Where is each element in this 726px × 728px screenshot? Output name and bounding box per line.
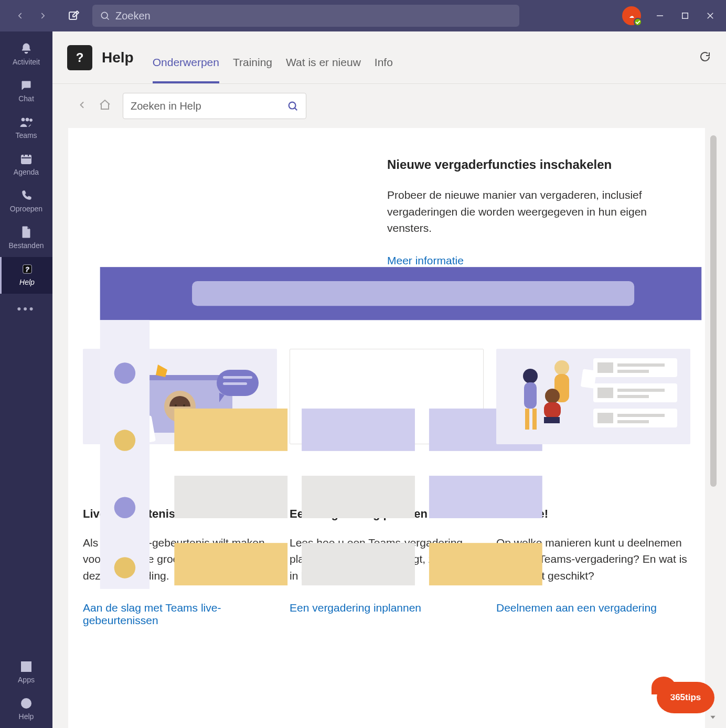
svg-rect-59 <box>617 395 649 398</box>
scroll-down-icon[interactable] <box>709 713 717 723</box>
svg-rect-44 <box>302 409 415 451</box>
avatar[interactable]: ☁ <box>622 6 641 25</box>
svg-rect-19 <box>27 667 31 671</box>
rail-label: Oproepen <box>0 205 52 213</box>
scrollbar[interactable] <box>710 135 717 487</box>
rail-item-help[interactable]: ? Help <box>0 257 52 294</box>
rail-label: Apps <box>0 676 52 684</box>
svg-point-22 <box>289 102 296 109</box>
minimize-button[interactable] <box>654 9 666 22</box>
rail-item-teams[interactable]: Teams <box>0 110 52 147</box>
tab-whatsnew[interactable]: Wat is er nieuw <box>286 56 361 83</box>
apps-icon <box>0 660 52 673</box>
help-header: ? Help Onderwerpen Training Wat is er ni… <box>52 31 726 84</box>
svg-rect-63 <box>617 420 649 423</box>
svg-rect-17 <box>27 662 31 666</box>
svg-point-40 <box>114 430 135 451</box>
svg-line-23 <box>295 108 297 110</box>
history-nav <box>0 11 63 20</box>
help-search-input[interactable] <box>131 100 287 112</box>
brand-badge-label: 365tips <box>670 692 701 703</box>
main: ? Help Onderwerpen Training Wat is er ni… <box>52 31 726 728</box>
svg-rect-47 <box>302 476 415 518</box>
svg-rect-53 <box>597 362 613 373</box>
rail-item-activity[interactable]: Activiteit <box>0 37 52 73</box>
rail-item-chat[interactable]: Chat <box>0 73 52 110</box>
tab-onderwerpen[interactable]: Onderwerpen <box>153 56 219 83</box>
svg-rect-49 <box>174 543 287 585</box>
bell-icon <box>0 42 52 56</box>
svg-rect-67 <box>532 409 537 430</box>
help-app-icon: ? <box>67 45 92 70</box>
svg-rect-62 <box>617 414 665 417</box>
card-plan-meeting: Een vergadering plannen Lees hoe u een T… <box>290 349 484 627</box>
rail-label: Activiteit <box>0 58 52 66</box>
svg-rect-10 <box>22 155 31 164</box>
rail-item-apps[interactable]: Apps <box>0 655 52 691</box>
svg-rect-65 <box>524 382 537 409</box>
svg-rect-18 <box>22 667 26 671</box>
rail-item-files[interactable]: Bestanden <box>0 220 52 257</box>
svg-rect-72 <box>544 417 560 423</box>
rail-more[interactable]: ••• <box>0 297 52 323</box>
svg-rect-71 <box>544 402 561 418</box>
titlebar-right: ☁ <box>622 6 726 25</box>
help-icon: ? <box>2 262 52 276</box>
help-content: Nieuwe vergaderfuncties inschakelen Prob… <box>68 128 705 728</box>
svg-rect-58 <box>617 389 665 392</box>
refresh-button[interactable] <box>699 50 711 65</box>
svg-point-39 <box>114 362 135 383</box>
maximize-button[interactable] <box>679 9 691 22</box>
rail-item-calls[interactable]: Oproepen <box>0 184 52 220</box>
svg-text:?: ? <box>25 265 29 273</box>
svg-point-8 <box>26 118 29 121</box>
svg-rect-66 <box>525 409 529 430</box>
phone-icon <box>0 189 52 202</box>
card-illustration <box>290 349 484 444</box>
rail-label: Help <box>2 278 52 286</box>
help-back-button[interactable] <box>77 100 87 112</box>
svg-marker-74 <box>710 716 715 719</box>
svg-rect-57 <box>597 388 613 398</box>
svg-point-41 <box>114 497 135 518</box>
svg-rect-51 <box>429 543 542 585</box>
presence-badge <box>634 18 642 26</box>
svg-rect-73 <box>581 369 596 388</box>
compose-button[interactable] <box>63 9 85 22</box>
svg-rect-46 <box>174 476 287 518</box>
search-icon <box>100 10 110 21</box>
tab-info[interactable]: Info <box>375 56 393 83</box>
page-title: Help <box>102 49 134 66</box>
file-icon <box>0 226 52 239</box>
svg-point-70 <box>545 389 560 403</box>
rail-label: Bestanden <box>0 241 52 250</box>
brand-badge[interactable]: 365tips <box>657 682 714 713</box>
svg-rect-61 <box>597 413 613 423</box>
global-search[interactable] <box>92 5 519 27</box>
help-home-button[interactable] <box>99 99 111 113</box>
svg-point-68 <box>554 360 569 375</box>
search-icon <box>287 100 298 112</box>
svg-point-1 <box>101 12 108 18</box>
svg-point-9 <box>30 119 33 122</box>
rail-item-calendar[interactable]: Agenda <box>0 147 52 184</box>
global-search-input[interactable] <box>115 10 512 22</box>
help-search[interactable] <box>123 93 306 119</box>
card-illustration <box>496 349 690 444</box>
close-button[interactable] <box>704 9 717 22</box>
help-circle-icon <box>0 697 52 710</box>
svg-line-2 <box>107 18 109 20</box>
rail-label: Help <box>0 712 52 721</box>
svg-point-21 <box>26 706 27 707</box>
back-button[interactable] <box>15 11 25 20</box>
rail-item-help-bottom[interactable]: Help <box>0 691 52 728</box>
svg-rect-16 <box>22 662 26 666</box>
avatar-icon: ☁ <box>629 13 634 19</box>
app-rail: Activiteit Chat Teams Agenda Oproepen <box>0 31 52 728</box>
calendar-icon <box>0 152 52 166</box>
tab-training[interactable]: Training <box>233 56 272 83</box>
forward-button[interactable] <box>38 11 48 20</box>
help-toolbar <box>52 84 726 128</box>
help-cards: Live-gebeurtenissen Als u een live-gebeu… <box>83 349 690 627</box>
help-tabs: Onderwerpen Training Wat is er nieuw Inf… <box>153 31 393 83</box>
